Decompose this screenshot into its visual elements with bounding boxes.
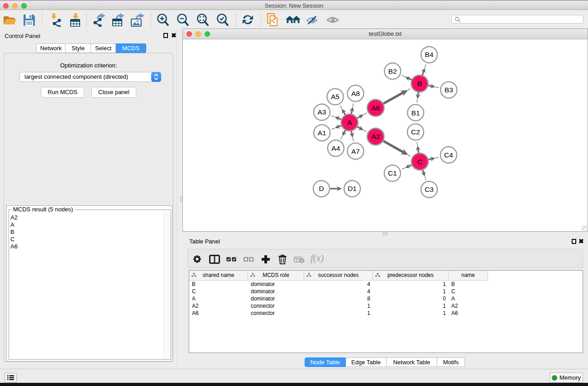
svg-text:A: A — [347, 119, 352, 126]
svg-text:C2: C2 — [411, 128, 420, 136]
svg-text:A7: A7 — [351, 148, 360, 155]
svg-text:B1: B1 — [411, 109, 420, 117]
svg-text:B2: B2 — [388, 67, 397, 75]
svg-text:C: C — [417, 158, 422, 166]
svg-text:C3: C3 — [425, 186, 434, 193]
svg-text:A6: A6 — [371, 104, 380, 112]
svg-text:A3: A3 — [318, 108, 326, 116]
svg-text:C1: C1 — [388, 169, 397, 177]
svg-text:B: B — [417, 80, 422, 87]
svg-text:A2: A2 — [371, 133, 380, 140]
svg-text:C4: C4 — [444, 151, 453, 159]
svg-text:D1: D1 — [348, 185, 357, 192]
svg-text:A8: A8 — [351, 90, 360, 97]
svg-text:A1: A1 — [318, 129, 326, 137]
svg-text:D: D — [319, 185, 324, 192]
svg-text:A5: A5 — [331, 93, 339, 100]
svg-text:A4: A4 — [331, 144, 340, 152]
svg-text:B3: B3 — [445, 86, 453, 94]
svg-text:B4: B4 — [425, 51, 434, 58]
